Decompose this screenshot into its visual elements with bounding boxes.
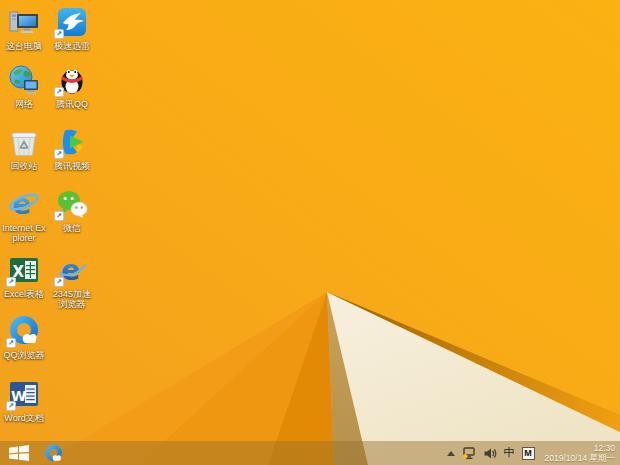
tencent-video-icon: ↗ (56, 126, 88, 158)
qq-browser-icon: ↗ (8, 315, 40, 347)
start-button[interactable] (6, 441, 32, 465)
show-hidden-icons-button[interactable] (447, 441, 455, 465)
shortcut-arrow-icon: ↗ (54, 211, 64, 221)
desktop-icon-label: Internet Explorer (1, 223, 47, 243)
desktop-icon-excel[interactable]: X ↗ Excel表格 (1, 254, 47, 299)
shortcut-arrow-icon: ↗ (54, 149, 64, 159)
desktop-icon-label: 微信 (63, 223, 81, 233)
shortcut-arrow-icon: ↗ (54, 29, 64, 39)
desktop: 这台电脑 ↗ 极速迅雷 (0, 0, 620, 465)
shortcut-arrow-icon: ↗ (54, 87, 64, 97)
desktop-icon-label: 网络 (15, 99, 33, 109)
clock-time: 12:30 (545, 443, 615, 453)
desktop-icon-label: Word文档 (4, 413, 43, 423)
xunlei-icon: ↗ (56, 6, 88, 38)
network-status-icon[interactable] (462, 441, 477, 465)
clock[interactable]: 12:30 2019/10/14 星期一 (545, 443, 615, 463)
desktop-icon-label: 2345加速浏览器 (49, 289, 95, 309)
desktop-icon-qq[interactable]: ↗ 腾讯QQ (49, 64, 95, 109)
desktop-icon-internet-explorer[interactable]: e Internet Explorer (1, 188, 47, 243)
this-pc-icon (8, 6, 40, 38)
excel-icon: X ↗ (8, 254, 40, 286)
desktop-icon-label: 极速迅雷 (54, 41, 90, 51)
desktop-icon-tencent-video[interactable]: ↗ 腾讯视频 (49, 126, 95, 171)
desktop-icon-label: 回收站 (11, 161, 38, 171)
desktop-icon-wechat[interactable]: ↗ 微信 (49, 188, 95, 233)
wechat-icon: ↗ (56, 188, 88, 220)
desktop-icon-xunlei[interactable]: ↗ 极速迅雷 (49, 6, 95, 51)
shortcut-arrow-icon: ↗ (6, 277, 16, 287)
desktop-icon-label: 腾讯QQ (56, 99, 88, 109)
network-icon (8, 64, 40, 96)
recycle-bin-icon (8, 126, 40, 158)
network-icon (462, 447, 477, 460)
desktop-icon-label: 这台电脑 (6, 41, 42, 51)
volume-button[interactable] (484, 441, 497, 465)
desktop-icon-this-pc[interactable]: 这台电脑 (1, 6, 47, 51)
desktop-icon-label: QQ浏览器 (3, 350, 44, 360)
2345-browser-icon: e ↗ (56, 254, 88, 286)
windows-logo-icon (9, 445, 29, 461)
shortcut-arrow-icon: ↗ (6, 338, 16, 348)
svg-text:e: e (12, 188, 31, 220)
desktop-icon-recycle-bin[interactable]: 回收站 (1, 126, 47, 171)
system-tray: 中 M 12:30 2019/10/14 星期一 (447, 441, 617, 465)
desktop-icon-label: 腾讯视频 (54, 161, 90, 171)
word-icon: W ↗ (8, 378, 40, 410)
ime-language-badge: M (522, 447, 535, 460)
chevron-up-icon (447, 451, 455, 456)
desktop-icon-network[interactable]: 网络 (1, 64, 47, 109)
ime-mode-indicator[interactable]: 中 (504, 441, 515, 465)
desktop-icon-2345-browser[interactable]: e ↗ 2345加速浏览器 (49, 254, 95, 309)
clock-date: 2019/10/14 星期一 (545, 453, 615, 463)
qq-penguin-icon: ↗ (56, 64, 88, 96)
shortcut-arrow-icon: ↗ (6, 401, 16, 411)
ime-language-button[interactable]: M (522, 441, 535, 465)
qq-browser-icon (44, 444, 63, 463)
taskbar: 中 M 12:30 2019/10/14 星期一 (0, 441, 620, 465)
desktop-icon-qq-browser[interactable]: ↗ QQ浏览器 (1, 315, 47, 360)
internet-explorer-icon: e (8, 188, 40, 220)
desktop-icon-label: Excel表格 (4, 289, 44, 299)
speaker-icon (484, 448, 497, 459)
shortcut-arrow-icon: ↗ (54, 277, 64, 287)
taskbar-qq-browser-button[interactable] (38, 441, 68, 465)
desktop-icon-word[interactable]: W ↗ Word文档 (1, 378, 47, 423)
